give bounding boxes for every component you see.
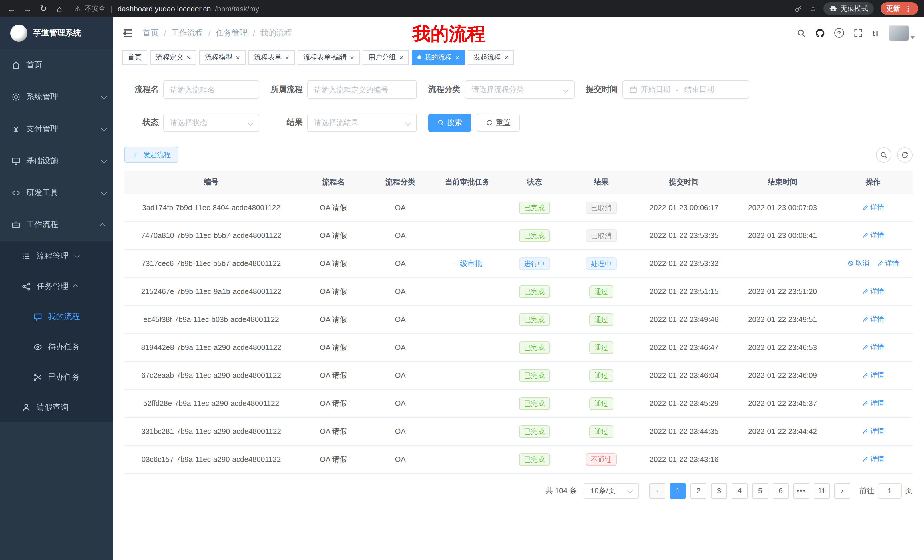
sidebar-item-dev[interactable]: 研发工具: [0, 177, 113, 209]
date-range-picker[interactable]: 开始日期 - 结束日期: [622, 81, 749, 99]
sidebar-item-system[interactable]: 系统管理: [0, 81, 113, 113]
page-button-4[interactable]: 4: [732, 483, 747, 499]
detail-action-link[interactable]: 详情: [862, 287, 884, 296]
sidebar-item-my-process[interactable]: 我的流程: [0, 301, 113, 332]
cell-category: OA: [369, 417, 432, 445]
eye-icon: [33, 342, 42, 351]
url-path: /bpm/task/my: [215, 4, 259, 13]
page-ellipsis[interactable]: •••: [793, 483, 809, 499]
process-def-input[interactable]: [314, 85, 410, 94]
sidebar-item-infra[interactable]: 基础设施: [0, 145, 113, 177]
tab-流程定义[interactable]: 流程定义×: [150, 50, 196, 64]
prev-page-button[interactable]: ‹: [650, 483, 665, 499]
detail-action-link[interactable]: 详情: [862, 454, 884, 464]
page-button-3[interactable]: 3: [711, 483, 727, 499]
breadcrumb-item[interactable]: 工作流程: [171, 28, 203, 38]
page-button-5[interactable]: 5: [752, 483, 768, 499]
breadcrumb-item[interactable]: 首页: [143, 28, 159, 38]
result-select[interactable]: 请选择流结果: [307, 114, 417, 132]
detail-action-link[interactable]: 详情: [862, 398, 884, 408]
browser-back-icon[interactable]: ←: [3, 4, 20, 13]
refresh-icon: [486, 119, 493, 126]
cell-end-time: [731, 445, 834, 473]
result-badge: 已取消: [586, 201, 617, 214]
sidebar-item-todo-task[interactable]: 待办任务: [0, 332, 113, 362]
browser-forward-icon[interactable]: →: [20, 4, 35, 13]
goto-page-input[interactable]: [883, 487, 897, 495]
page-button-1[interactable]: 1: [670, 483, 686, 499]
hamburger-icon[interactable]: [122, 27, 134, 39]
tab-我的流程[interactable]: 我的流程×: [412, 50, 465, 64]
sidebar-item-process-mgmt[interactable]: 流程管理: [0, 241, 113, 271]
list-icon: [22, 252, 31, 261]
sidebar-item-leave-query[interactable]: 请假查询: [0, 392, 113, 422]
tab-发起流程[interactable]: 发起流程×: [468, 50, 514, 64]
address-bar[interactable]: ⚠ 不安全 | dashboard.yudao.iocoder.cn/bpm/t…: [74, 4, 259, 13]
tab-首页[interactable]: 首页: [122, 50, 147, 64]
search-button[interactable]: 搜索: [428, 114, 471, 132]
next-page-button[interactable]: ›: [834, 483, 850, 499]
tab-close-icon[interactable]: ×: [504, 53, 508, 61]
key-icon[interactable]: [795, 4, 802, 13]
page-button-2[interactable]: 2: [690, 483, 706, 499]
detail-action-link[interactable]: 详情: [862, 370, 884, 380]
help-icon[interactable]: ?: [834, 28, 844, 38]
tab-close-icon[interactable]: ×: [350, 53, 354, 61]
page-button-6[interactable]: 6: [772, 483, 789, 499]
font-size-icon[interactable]: tT: [873, 28, 879, 37]
browser-home-icon[interactable]: ⌂: [51, 4, 68, 13]
table-row: 2152467e-7b9b-11ec-9a1b-acde48001122OA 请…: [124, 277, 913, 305]
tab-close-icon[interactable]: ×: [236, 53, 240, 61]
detail-action-link[interactable]: 详情: [862, 427, 884, 436]
browser-menu-icon[interactable]: ⋮: [904, 4, 913, 13]
github-icon[interactable]: [816, 28, 825, 37]
page-size-select[interactable]: 10条/页: [584, 483, 639, 499]
tab-close-icon[interactable]: ×: [399, 53, 403, 61]
sidebar-item-workflow[interactable]: 工作流程: [0, 209, 113, 241]
status-badge: 已完成: [519, 341, 550, 353]
tab-流程表单-编辑[interactable]: 流程表单-编辑×: [297, 50, 360, 64]
tab-close-icon[interactable]: ×: [285, 53, 289, 61]
chevron-down-icon: [405, 120, 411, 126]
tab-close-icon[interactable]: ×: [187, 53, 191, 61]
category-select[interactable]: 请选择流程分类: [465, 81, 574, 99]
cancel-action-link[interactable]: 取消: [848, 259, 869, 268]
app-logo[interactable]: 芋道管理系统: [0, 17, 113, 49]
tab-用户分组[interactable]: 用户分组×: [363, 50, 409, 64]
breadcrumb-separator: /: [208, 28, 211, 37]
tab-流程模型[interactable]: 流程模型×: [199, 50, 246, 64]
detail-action-link[interactable]: 详情: [877, 259, 899, 268]
detail-action-link[interactable]: 详情: [862, 203, 884, 213]
bookmark-star-icon[interactable]: ☆: [810, 4, 817, 13]
cell-end-time: 2022-01-22 23:46:09: [731, 361, 834, 389]
detail-action-link[interactable]: 详情: [862, 231, 884, 240]
browser-update-button[interactable]: 更新 ⋮: [880, 2, 918, 15]
toggle-search-button[interactable]: [876, 147, 891, 162]
refresh-table-button[interactable]: [897, 147, 913, 162]
gear-icon: [11, 93, 21, 102]
status-select[interactable]: 请选择状态: [164, 114, 259, 132]
breadcrumb-item[interactable]: 任务管理: [216, 28, 248, 38]
top-navbar: 首页/工作流程/任务管理/我的流程 ? tT: [113, 17, 924, 49]
reset-button[interactable]: 重置: [477, 114, 520, 132]
search-icon[interactable]: [796, 28, 806, 37]
process-name-input[interactable]: [170, 85, 252, 94]
create-process-button[interactable]: 发起流程: [124, 147, 178, 163]
detail-action-link[interactable]: 详情: [862, 343, 884, 352]
tab-close-icon[interactable]: ×: [455, 53, 459, 61]
sidebar-item-pay[interactable]: ¥ 支付管理: [0, 113, 113, 145]
sidebar-item-done-task[interactable]: 已办任务: [0, 362, 113, 392]
tab-流程表单[interactable]: 流程表单×: [248, 50, 295, 64]
user-menu[interactable]: [889, 25, 915, 41]
current-task-link[interactable]: 一级审批: [453, 259, 482, 267]
sidebar-item-task-mgmt[interactable]: 任务管理: [0, 271, 113, 301]
browser-reload-icon[interactable]: ↻: [35, 3, 51, 14]
cell-name: OA 请假: [298, 277, 369, 305]
cell-current-task: 一级审批: [432, 250, 502, 277]
fullscreen-icon[interactable]: [854, 28, 863, 37]
chat-bubble-icon: [33, 312, 42, 321]
breadcrumb-separator: /: [253, 28, 255, 37]
page-button-11[interactable]: 11: [814, 483, 830, 499]
sidebar-item-home[interactable]: 首页: [0, 49, 113, 81]
detail-action-link[interactable]: 详情: [862, 314, 884, 324]
